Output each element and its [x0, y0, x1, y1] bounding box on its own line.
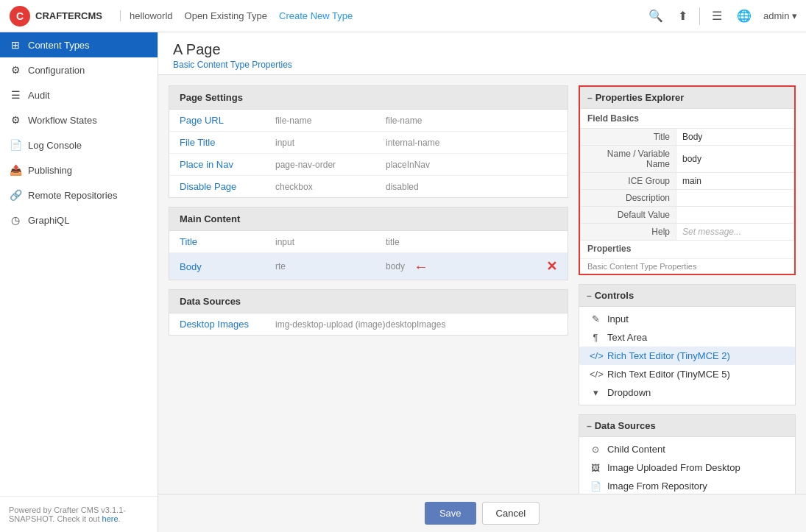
page-subtitle: Basic Content Type Properties: [173, 60, 791, 70]
page-settings-header: Page Settings: [169, 86, 568, 110]
search-icon[interactable]: 🔍: [646, 6, 666, 26]
ds-item-child-content[interactable]: ⊙ Child Content: [579, 440, 795, 458]
content-area: A Page Basic Content Type Properties Pag…: [158, 32, 806, 532]
sidebar-item-configuration[interactable]: ⚙ Configuration: [0, 57, 158, 82]
save-button[interactable]: Save: [425, 502, 476, 525]
hamburger-icon[interactable]: ☰: [709, 6, 725, 26]
field-row-body: Body rte body ← ✕: [169, 253, 568, 280]
dropdown-icon: ▾: [590, 387, 601, 398]
field-var-file-title: internal-name: [386, 138, 439, 148]
prop-value-help[interactable]: Set message...: [676, 224, 794, 241]
sidebar-item-remote-repositories[interactable]: 🔗 Remote Repositories: [0, 182, 158, 208]
sidebar-item-audit[interactable]: ☰ Audit: [0, 82, 158, 107]
svg-text:C: C: [16, 10, 24, 22]
properties-explorer-title: Properties Explorer: [595, 92, 685, 103]
properties-footer: Basic Content Type Properties: [580, 258, 794, 274]
crafter-logo: C: [9, 5, 31, 27]
control-item-input[interactable]: ✎ Input: [579, 310, 795, 328]
field-name-place-in-nav[interactable]: Place in Nav: [180, 159, 275, 170]
textarea-icon: ¶: [590, 332, 601, 343]
prop-value-title[interactable]: Body: [676, 129, 794, 146]
field-row-disable-page: Disable Page checkbox disabled: [169, 176, 568, 197]
cancel-button[interactable]: Cancel: [482, 502, 540, 525]
controls-list: ✎ Input ¶ Text Area </> Rich Text Editor…: [579, 307, 795, 405]
prop-row-defaultvalue: Default Value: [581, 207, 794, 224]
graphiql-icon: ◷: [9, 214, 22, 226]
arrow-annotation: ←: [414, 259, 428, 274]
sidebar-item-label-content-types: Content Types: [28, 40, 90, 51]
delete-body-button[interactable]: ✕: [546, 258, 557, 274]
log-console-icon: 📄: [9, 139, 22, 151]
page-settings-body: Page URL file-name file-name File Title …: [169, 110, 568, 197]
field-name-page-url[interactable]: Page URL: [180, 115, 275, 126]
field-name-file-title[interactable]: File Title: [180, 137, 275, 148]
sidebar-item-log-console[interactable]: 📄 Log Console: [0, 132, 158, 157]
globe-icon[interactable]: 🌐: [734, 6, 754, 26]
admin-menu[interactable]: admin ▾: [763, 10, 797, 21]
app-name: CRAFTERCMS: [35, 10, 102, 21]
field-row-place-in-nav: Place in Nav page-nav-order placeInNav: [169, 154, 568, 176]
control-item-dropdown[interactable]: ▾ Dropdown: [579, 383, 795, 402]
ds-list: ⊙ Child Content 🖼 Image Uploaded From De…: [579, 437, 795, 494]
prop-value-varname[interactable]: body: [676, 146, 794, 173]
controls-toggle[interactable]: –: [587, 291, 592, 301]
prop-value-description[interactable]: [676, 190, 794, 207]
open-existing-link[interactable]: Open Existing Type: [185, 10, 268, 21]
field-basics-label: Field Basics: [580, 109, 794, 128]
field-row-file-title: File Title input internal-name: [169, 132, 568, 154]
sidebar-item-label-log-console: Log Console: [28, 140, 82, 151]
ds-item-image-desktop[interactable]: 🖼 Image Uploaded From Desktop: [579, 458, 795, 477]
control-item-rte2[interactable]: </> Rich Text Editor (TinyMCE 2): [579, 347, 795, 365]
ds-toggle[interactable]: –: [587, 421, 592, 431]
rte5-icon: </>: [590, 369, 601, 380]
image-desktop-icon: 🖼: [590, 463, 601, 473]
field-name-desktop-images[interactable]: Desktop Images: [180, 319, 275, 330]
field-name-disable-page[interactable]: Disable Page: [180, 181, 275, 192]
data-sources-card: Data Sources Desktop Images img-desktop-…: [169, 289, 568, 336]
upload-icon[interactable]: ⬆: [675, 6, 690, 26]
data-sources-header: Data Sources: [169, 290, 568, 313]
content-header: A Page Basic Content Type Properties: [158, 32, 806, 75]
sidebar-item-label-configuration: Configuration: [28, 65, 85, 76]
top-nav-right: 🔍 ⬆ ☰ 🌐 admin ▾: [646, 6, 797, 26]
field-var-body: body: [386, 261, 405, 272]
prop-row-varname: Name / Variable Name body: [581, 146, 794, 173]
field-type-file-title: input: [275, 138, 386, 148]
logo-area: C CRAFTERCMS: [9, 5, 102, 27]
sidebar-item-content-types[interactable]: ⊞ Content Types: [0, 32, 158, 57]
page-title: A Page: [173, 41, 791, 58]
configuration-icon: ⚙: [9, 64, 22, 76]
sidebar-item-workflow-states[interactable]: ⚙ Workflow States: [0, 107, 158, 132]
sidebar-footer: Powered by Crafter CMS v3.1.1-SNAPSHOT. …: [0, 496, 158, 532]
prop-row-title: Title Body: [581, 129, 794, 146]
field-name-body[interactable]: Body: [180, 261, 275, 272]
prop-value-defaultvalue[interactable]: [676, 207, 794, 224]
ds-label-image-desktop: Image Uploaded From Desktop: [607, 462, 740, 473]
sidebar: ⊞ Content Types ⚙ Configuration ☰ Audit …: [0, 32, 158, 532]
sidebar-footer-link[interactable]: here: [102, 514, 119, 523]
prop-label-help: Help: [581, 224, 676, 241]
data-sources-panel: – Data Sources ⊙ Child Content 🖼 Image U…: [579, 414, 796, 494]
control-item-rte5[interactable]: </> Rich Text Editor (TinyMCE 5): [579, 365, 795, 383]
control-item-textarea[interactable]: ¶ Text Area: [579, 328, 795, 347]
create-new-link[interactable]: Create New Type: [279, 10, 353, 21]
main-content-header: Main Content: [169, 208, 568, 231]
field-row-title: Title input title: [169, 231, 568, 253]
top-nav: C CRAFTERCMS helloworld Open Existing Ty…: [0, 0, 806, 32]
prop-value-icegroup[interactable]: main: [676, 173, 794, 190]
field-name-title[interactable]: Title: [180, 236, 275, 247]
content-types-icon: ⊞: [9, 39, 22, 51]
sidebar-item-graphiql[interactable]: ◷ GraphiQL: [0, 208, 158, 233]
ds-label-child-content: Child Content: [607, 444, 665, 455]
control-label-input: Input: [607, 313, 629, 324]
workflow-states-icon: ⚙: [9, 114, 22, 126]
ds-item-image-repo[interactable]: 📄 Image From Repository: [579, 477, 795, 494]
controls-title: Controls: [595, 290, 634, 301]
sidebar-item-label-graphiql: GraphiQL: [28, 215, 69, 226]
sidebar-item-publishing[interactable]: 📤 Publishing: [0, 157, 158, 182]
nav-links: Open Existing Type Create New Type: [185, 10, 353, 21]
props-toggle[interactable]: –: [587, 93, 593, 103]
content-body: Page Settings Page URL file-name file-na…: [158, 75, 806, 494]
sidebar-item-label-workflow-states: Workflow States: [28, 115, 97, 126]
prop-row-description: Description: [581, 190, 794, 207]
